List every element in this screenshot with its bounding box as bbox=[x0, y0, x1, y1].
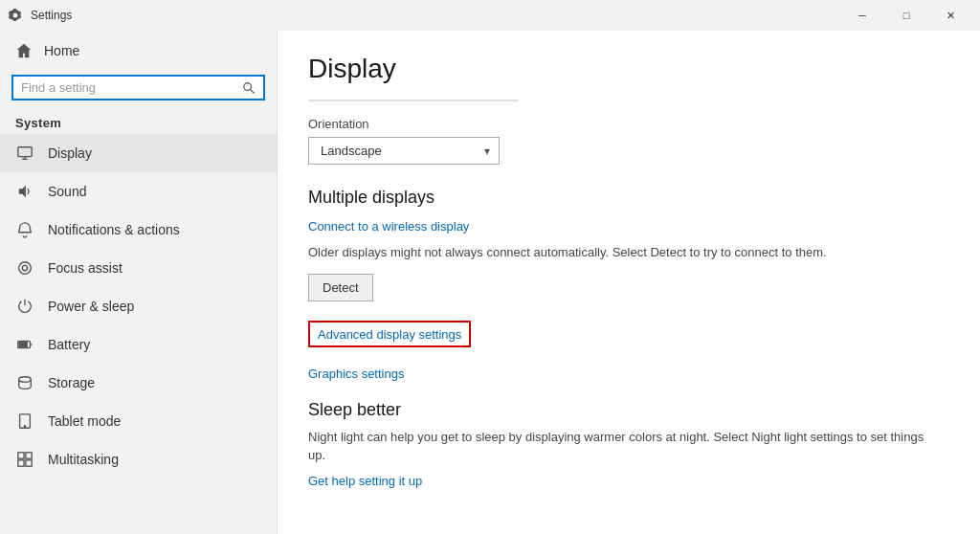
multiple-displays-desc: Older displays might not always connect … bbox=[308, 243, 940, 262]
settings-icon bbox=[8, 8, 23, 23]
sidebar: Home System Display Sound bbox=[0, 31, 278, 534]
svg-point-0 bbox=[244, 82, 252, 90]
sidebar-label-multitasking: Multitasking bbox=[48, 452, 119, 467]
multitasking-icon bbox=[15, 450, 34, 469]
orientation-label: Orientation bbox=[308, 117, 949, 131]
graphics-settings-link[interactable]: Graphics settings bbox=[308, 367, 949, 381]
sound-icon bbox=[15, 182, 34, 201]
svg-marker-5 bbox=[19, 186, 26, 198]
sidebar-item-tablet[interactable]: Tablet mode bbox=[0, 402, 277, 440]
sidebar-label-focus: Focus assist bbox=[48, 260, 122, 276]
advanced-display-link[interactable]: Advanced display settings bbox=[318, 327, 461, 342]
page-title: Display bbox=[308, 54, 949, 84]
notifications-icon bbox=[15, 220, 34, 239]
maximize-button[interactable]: □ bbox=[884, 0, 928, 31]
svg-point-6 bbox=[19, 262, 32, 275]
get-help-link[interactable]: Get help setting it up bbox=[308, 474, 422, 488]
battery-icon bbox=[15, 335, 34, 354]
sidebar-item-storage[interactable]: Storage bbox=[0, 364, 277, 402]
svg-rect-10 bbox=[19, 343, 27, 347]
home-label: Home bbox=[44, 43, 79, 58]
sidebar-label-storage: Storage bbox=[48, 375, 95, 390]
sidebar-label-display: Display bbox=[48, 145, 92, 161]
sidebar-item-sound[interactable]: Sound bbox=[0, 172, 277, 211]
connect-wireless-link[interactable]: Connect to a wireless display bbox=[308, 219, 949, 234]
app-title: Settings bbox=[31, 9, 72, 22]
section-divider bbox=[308, 100, 519, 101]
sidebar-item-battery[interactable]: Battery bbox=[0, 325, 277, 364]
orientation-select-wrapper[interactable]: Landscape Portrait Landscape (flipped) P… bbox=[308, 137, 500, 165]
minimize-button[interactable]: ─ bbox=[840, 0, 884, 31]
sidebar-item-multitasking[interactable]: Multitasking bbox=[0, 440, 277, 478]
sleep-heading: Sleep better bbox=[308, 400, 949, 420]
sidebar-item-focus[interactable]: Focus assist bbox=[0, 249, 277, 287]
sidebar-item-display[interactable]: Display bbox=[0, 134, 277, 172]
tablet-icon bbox=[15, 412, 34, 431]
search-icon bbox=[242, 81, 256, 95]
svg-rect-15 bbox=[26, 453, 32, 458]
sidebar-label-sound: Sound bbox=[48, 184, 86, 199]
power-icon bbox=[15, 297, 34, 316]
sidebar-item-home[interactable]: Home bbox=[0, 31, 277, 71]
sidebar-item-power[interactable]: Power & sleep bbox=[0, 287, 277, 325]
main-content: Display Orientation Landscape Portrait L… bbox=[278, 31, 980, 534]
window-controls: ─ □ ✕ bbox=[840, 0, 972, 31]
svg-rect-2 bbox=[18, 147, 32, 157]
sidebar-label-battery: Battery bbox=[48, 337, 90, 352]
svg-point-13 bbox=[24, 426, 25, 427]
storage-icon bbox=[15, 373, 34, 392]
search-box[interactable] bbox=[11, 75, 265, 100]
sidebar-label-notifications: Notifications & actions bbox=[48, 222, 180, 237]
sleep-desc: Night light can help you get to sleep by… bbox=[308, 428, 940, 465]
svg-point-7 bbox=[22, 265, 27, 270]
advanced-display-link-box: Advanced display settings bbox=[308, 321, 471, 347]
display-icon bbox=[15, 144, 34, 163]
search-input[interactable] bbox=[21, 80, 236, 95]
svg-rect-14 bbox=[18, 453, 24, 458]
svg-rect-17 bbox=[26, 460, 32, 466]
svg-point-11 bbox=[19, 377, 32, 382]
home-icon bbox=[15, 42, 33, 59]
orientation-select[interactable]: Landscape Portrait Landscape (flipped) P… bbox=[308, 137, 500, 165]
close-button[interactable]: ✕ bbox=[928, 0, 972, 31]
svg-line-1 bbox=[251, 89, 255, 93]
svg-rect-16 bbox=[18, 460, 24, 466]
sidebar-label-tablet: Tablet mode bbox=[48, 413, 121, 429]
focus-icon bbox=[15, 258, 34, 278]
sidebar-item-notifications[interactable]: Notifications & actions bbox=[0, 211, 277, 249]
sidebar-section-label: System bbox=[0, 108, 277, 134]
multiple-displays-heading: Multiple displays bbox=[308, 188, 949, 208]
sidebar-label-power: Power & sleep bbox=[48, 299, 134, 314]
detect-button[interactable]: Detect bbox=[308, 274, 373, 301]
